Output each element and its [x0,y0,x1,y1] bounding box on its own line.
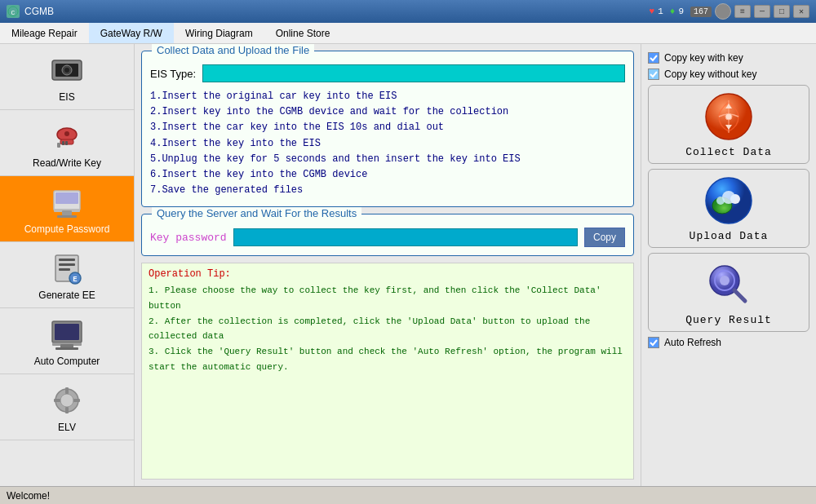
collect-data-label: Collect Data [685,146,772,158]
eis-type-label: EIS Type: [150,68,196,80]
sidebar-generate-ee-label: Generate EE [38,290,95,301]
eis-icon [47,51,86,90]
svg-point-35 [725,113,732,120]
compute-password-icon [47,183,86,222]
sidebar-compute-password-label: Compute Password [24,223,110,235]
instruction-7: 7.Save the generated files [150,183,625,198]
generate-ee-icon: E [47,249,86,288]
heart-green-count: 9 [678,7,684,16]
svg-rect-9 [57,143,60,148]
sidebar-auto-computer-label: Auto Computer [34,356,100,367]
svg-rect-20 [59,268,70,271]
upload-data-button[interactable]: Upload Data [648,169,809,248]
heart-green-icon: ♦ [670,7,676,16]
instruction-1: 1.Insert the original car key into the E… [150,89,625,104]
sidebar-item-auto-computer[interactable]: Auto Computer [0,308,134,374]
sidebar-item-elv[interactable]: ELV [0,374,134,440]
instruction-6: 6.Insert the key into the CGMB device [150,167,625,183]
svg-text:C: C [11,9,16,16]
minimize-button[interactable]: ─ [754,5,770,18]
instruction-3: 3.Insert the car key into the EIS 10s an… [150,120,625,135]
instruction-5: 5.Unplug the key for 5 seconds and then … [150,152,625,167]
svg-rect-10 [62,141,64,145]
titlebar: C CGMB ♥ 1 ♦ 9 167 ≡ ─ □ ✕ [0,0,816,23]
svg-rect-30 [65,387,69,394]
op-tip-2: 2. After the collection is completed, cl… [149,314,627,344]
menu-wiring-diagram[interactable]: Wiring Diagram [174,23,264,43]
status-message: Welcome! [7,490,50,502]
sidebar-eis-label: EIS [59,91,74,103]
upload-data-icon [703,175,755,227]
svg-rect-27 [55,347,78,350]
svg-line-44 [734,290,745,301]
copy-button[interactable]: Copy [584,228,625,247]
auto-refresh-label: Auto Refresh [664,337,721,348]
op-tip-3: 3. Click the 'Query Result' button and c… [149,344,627,374]
heart-red-count: 1 [658,7,663,16]
menu-online-store[interactable]: Online Store [264,23,342,43]
sidebar-item-compute-password[interactable]: Compute Password [0,176,134,242]
svg-rect-19 [59,263,75,266]
key-password-input[interactable] [233,228,578,246]
eis-type-input[interactable] [202,64,625,82]
copy-with-key-label: Copy key with key [664,52,743,64]
operation-tip-title: Operation Tip: [149,268,627,280]
avatar [715,3,731,20]
copy-without-key-checkbox[interactable] [648,69,659,80]
instruction-2: 2.Insert key into the CGMB device and wa… [150,104,625,120]
copy-with-key-checkbox[interactable] [648,52,659,64]
query-result-button[interactable]: Query Result [648,253,809,332]
query-result-label: Query Result [685,314,772,326]
collect-data-button[interactable]: Collect Data [648,85,809,164]
main-layout: EIS Read/Write Key [0,44,816,486]
sidebar-item-eis[interactable]: EIS [0,44,134,110]
app-icon: C [7,5,20,18]
svg-rect-32 [54,399,60,402]
svg-rect-31 [65,407,69,413]
restore-button[interactable]: □ [774,5,790,18]
hamburger-button[interactable]: ≡ [734,5,751,18]
sidebar: EIS Read/Write Key [0,44,135,486]
svg-rect-16 [57,215,77,218]
content-area: Collect Data and Upload the File EIS Typ… [135,44,641,486]
op-tip-1: 1. Please choose the way to collect the … [149,283,627,313]
svg-rect-11 [65,141,68,145]
title-controls: ♥ 1 ♦ 9 167 ≡ ─ □ ✕ [650,3,809,20]
key-password-label: Key password [150,232,227,244]
collect-data-panel: Collect Data and Upload the File EIS Typ… [141,51,634,207]
operation-tip-area: Operation Tip: 1. Please choose the way … [141,263,634,480]
collect-data-icon [703,91,755,143]
menu-gateway[interactable]: GateWay R/W [89,23,174,43]
instructions-area: 1.Insert the original car key into the E… [150,89,625,198]
elv-icon [47,381,86,420]
eis-type-row: EIS Type: [150,64,625,82]
sidebar-item-generate-ee[interactable]: E Generate EE [0,242,134,308]
svg-rect-15 [62,210,72,215]
heart-red-icon: ♥ [650,7,655,16]
svg-text:E: E [73,276,78,284]
auto-refresh-row: Auto Refresh [648,337,809,348]
query-panel-title: Query the Server and Wait For the Result… [152,207,361,219]
copy-without-key-row: Copy key without key [648,69,809,80]
copy-without-key-label: Copy key without key [664,69,756,80]
svg-rect-13 [55,192,78,204]
copy-with-key-row: Copy key with key [648,52,809,64]
collect-panel-title: Collect Data and Upload the File [152,44,314,56]
svg-point-43 [720,276,730,285]
upload-data-label: Upload Data [690,230,769,242]
menu-mileage-repair[interactable]: Mileage Repair [0,23,89,43]
svg-rect-24 [55,324,79,340]
sidebar-item-read-write-key[interactable]: Read/Write Key [0,110,134,176]
read-write-key-icon [47,117,86,156]
auto-computer-icon [47,315,86,354]
key-password-row: Key password Copy [150,228,625,247]
close-button[interactable]: ✕ [793,5,809,18]
query-result-icon [703,259,755,311]
auto-refresh-checkbox[interactable] [648,337,659,348]
svg-point-8 [64,131,69,136]
right-panel: Copy key with key Copy key without key [641,44,816,486]
sidebar-elv-label: ELV [58,422,76,433]
svg-rect-33 [73,399,80,402]
operation-tip-area: 1. Please choose the way to collect the … [149,283,627,374]
counter-box: 167 [690,7,712,17]
